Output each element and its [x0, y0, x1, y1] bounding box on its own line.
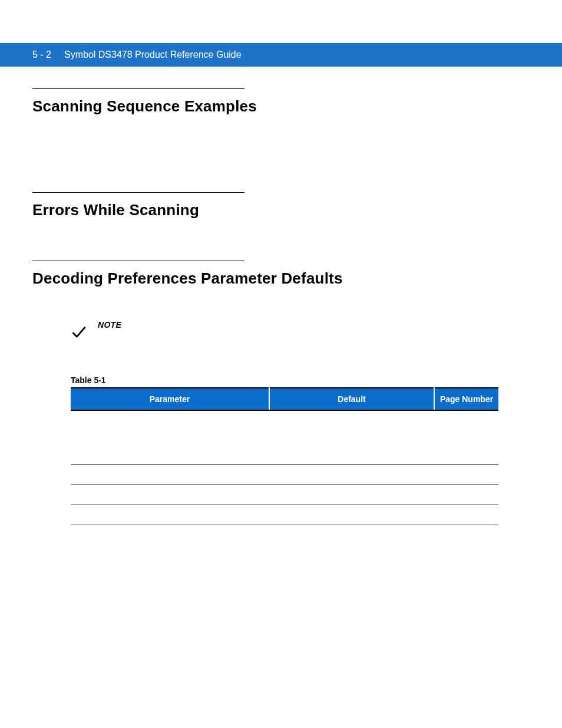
defaults-table: Parameter Default Page Number: [71, 387, 498, 525]
cell-parameter: [71, 423, 269, 465]
table-row: [71, 485, 498, 505]
col-header-parameter: Parameter: [71, 388, 269, 410]
doc-title: Symbol DS3478 Product Reference Guide: [64, 50, 242, 60]
section-heading-errors: Errors While Scanning: [32, 201, 527, 219]
cell-default: [269, 423, 434, 465]
cell-parameter: [71, 485, 269, 505]
table-row: [71, 423, 498, 465]
section-divider: [32, 261, 244, 261]
cell-page-number: [434, 485, 498, 505]
cell-default: [269, 465, 434, 485]
note-block: NOTE: [71, 320, 527, 340]
page-number: 5 - 2: [32, 50, 51, 60]
col-header-page-number: Page Number: [434, 388, 498, 410]
cell-page-number: [434, 423, 498, 465]
section-heading-scanning-examples: Scanning Sequence Examples: [32, 97, 527, 116]
cell-page-number: [434, 505, 498, 525]
table-row: [71, 465, 498, 485]
table-row: [71, 505, 498, 525]
cell-default: [269, 485, 434, 505]
col-header-default: Default: [269, 388, 434, 410]
section-divider: [32, 88, 244, 89]
section-divider: [32, 192, 244, 193]
table-row: [71, 410, 498, 423]
checkmark-icon: [71, 324, 87, 340]
cell-page-number: [434, 465, 498, 485]
table-header-row: Parameter Default Page Number: [71, 388, 498, 410]
page-header: 5 - 2 Symbol DS3478 Product Reference Gu…: [0, 43, 562, 67]
cell-parameter: [71, 465, 269, 485]
cell-parameter: [71, 505, 269, 525]
table-caption: Table 5-1: [71, 375, 498, 385]
section-heading-defaults: Decoding Preferences Parameter Defaults: [32, 269, 527, 288]
note-label: NOTE: [98, 320, 121, 330]
cell-default: [269, 505, 434, 525]
